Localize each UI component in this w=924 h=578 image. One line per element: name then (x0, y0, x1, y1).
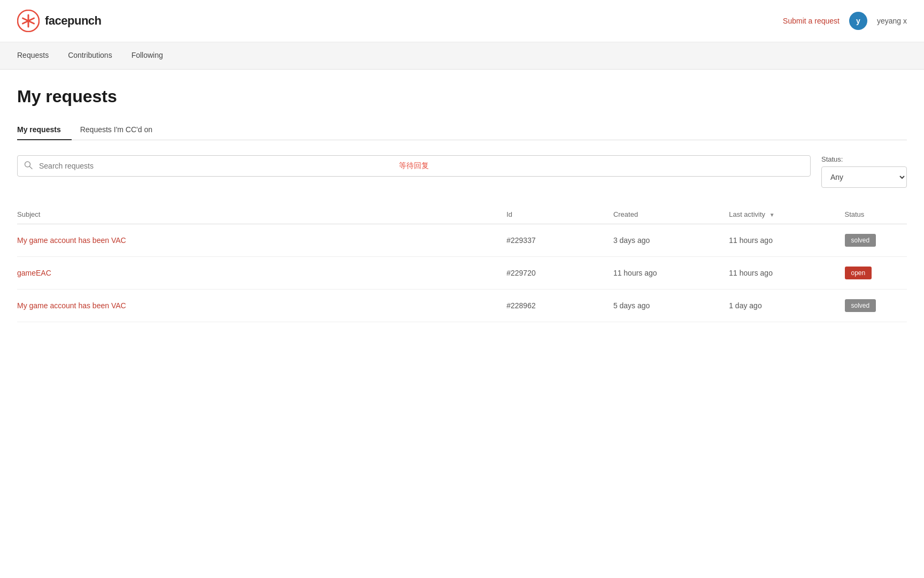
status-cell: open (845, 257, 907, 290)
created-cell: 3 days ago (613, 224, 729, 257)
col-header-id: Id (506, 205, 613, 224)
subject-link[interactable]: My game account has been VAC (17, 236, 126, 245)
nav-item-contributions[interactable]: Contributions (68, 42, 123, 69)
username: yeyang x (877, 17, 907, 25)
table-body: My game account has been VAC #229337 3 d… (17, 224, 907, 322)
logo-icon (17, 10, 40, 32)
sort-arrow-icon: ▼ (769, 212, 775, 218)
table-header: Subject Id Created Last activity ▼ Statu… (17, 205, 907, 224)
subject-cell: My game account has been VAC (17, 224, 506, 257)
col-header-status: Status (845, 205, 907, 224)
logo-area: facepunch (17, 10, 102, 32)
subject-cell: My game account has been VAC (17, 290, 506, 322)
created-cell: 11 hours ago (613, 257, 729, 290)
status-filter[interactable]: Any Open Solved Pending (821, 166, 907, 188)
header-right: Submit a request y yeyang x (783, 12, 907, 30)
status-badge: solved (845, 234, 876, 247)
subject-link[interactable]: gameEAC (17, 269, 51, 277)
id-cell: #228962 (506, 290, 613, 322)
subject-cell: gameEAC (17, 257, 506, 290)
filter-label: Status: (821, 155, 907, 163)
nav-item-requests[interactable]: Requests (17, 42, 59, 69)
id-cell: #229720 (506, 257, 613, 290)
main-nav: Requests Contributions Following (0, 42, 924, 70)
activity-cell: 11 hours ago (729, 224, 844, 257)
created-cell: 5 days ago (613, 290, 729, 322)
table-row: gameEAC #229720 11 hours ago 11 hours ag… (17, 257, 907, 290)
svg-line-5 (30, 166, 33, 169)
tab-ccd-requests[interactable]: Requests I'm CC'd on (80, 120, 163, 140)
filter-group: Status: Any Open Solved Pending (821, 155, 907, 188)
subject-link[interactable]: My game account has been VAC (17, 301, 126, 310)
status-cell: solved (845, 224, 907, 257)
sub-tabs: My requests Requests I'm CC'd on (17, 119, 907, 140)
col-header-created: Created (613, 205, 729, 224)
table-row: My game account has been VAC #229337 3 d… (17, 224, 907, 257)
page-title: My requests (17, 87, 907, 107)
logo-text: facepunch (45, 14, 102, 28)
search-input[interactable] (17, 155, 811, 177)
main-content: My requests My requests Requests I'm CC'… (0, 70, 924, 322)
col-header-activity[interactable]: Last activity ▼ (729, 205, 844, 224)
requests-table: Subject Id Created Last activity ▼ Statu… (17, 205, 907, 322)
nav-item-following[interactable]: Following (132, 42, 174, 69)
search-filter-row: 等待回复 Status: Any Open Solved Pending (17, 155, 907, 188)
status-badge: solved (845, 299, 876, 312)
activity-cell: 11 hours ago (729, 257, 844, 290)
col-header-subject: Subject (17, 205, 506, 224)
avatar: y (849, 12, 867, 30)
submit-request-link[interactable]: Submit a request (783, 17, 840, 25)
search-box: 等待回复 (17, 155, 811, 177)
id-cell: #229337 (506, 224, 613, 257)
tab-my-requests[interactable]: My requests (17, 120, 72, 140)
status-badge: open (845, 267, 872, 279)
search-icon (24, 161, 33, 171)
activity-cell: 1 day ago (729, 290, 844, 322)
header: facepunch Submit a request y yeyang x (0, 0, 924, 42)
status-cell: solved (845, 290, 907, 322)
table-row: My game account has been VAC #228962 5 d… (17, 290, 907, 322)
